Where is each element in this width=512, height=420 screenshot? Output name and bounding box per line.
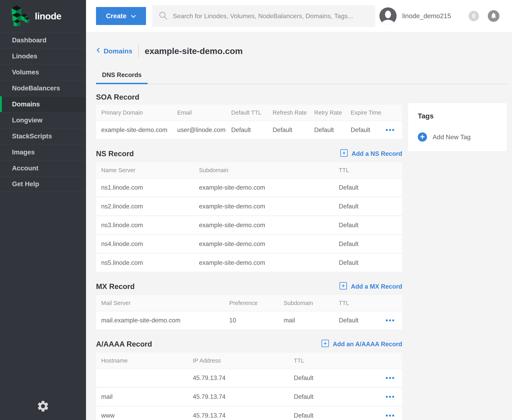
- ns-record-table: Name Server Subdomain TTL ns1.linode.com…: [96, 162, 402, 273]
- name-server-cell: ns1.linode.com: [96, 184, 194, 191]
- chevron-down-icon: [131, 12, 136, 20]
- aaaa-section-title: A/AAAA Record: [96, 340, 152, 348]
- tab-dns-records[interactable]: DNS Records: [96, 71, 148, 84]
- add-aaaa-record-link[interactable]: Add an A/AAAA Record: [321, 339, 402, 349]
- table-row: ns5.linode.com example-site-demo.com Def…: [96, 254, 402, 273]
- table-row: mail.example-site-demo.com 10 mail Defau…: [96, 311, 402, 330]
- ns-section-header: NS Record Add a NS Record: [96, 149, 402, 159]
- sidebar-item-linodes[interactable]: Linodes: [0, 48, 86, 64]
- column-header: Primary Domain: [96, 109, 172, 116]
- table-header-row: Mail Server Preference Subdomain TTL: [96, 295, 402, 311]
- column-header: Subdomain: [194, 167, 334, 174]
- search-icon: [158, 11, 168, 21]
- ttl-cell: Default: [334, 317, 383, 324]
- sidebar-item-label: Get Help: [12, 180, 39, 188]
- sidebar-item-label: Images: [12, 148, 35, 156]
- create-button-label: Create: [106, 12, 127, 20]
- plus-box-icon: [339, 282, 347, 291]
- tags-panel-title: Tags: [418, 112, 497, 120]
- sidebar-item-label: Longview: [12, 116, 42, 124]
- subdomain-cell: example-site-demo.com: [194, 259, 334, 266]
- search-bar[interactable]: [152, 5, 375, 27]
- column-header: Hostname: [96, 357, 188, 364]
- ns-section-title: NS Record: [96, 150, 134, 158]
- column-header: Email: [172, 109, 226, 116]
- sidebar-item-volumes[interactable]: Volumes: [0, 64, 86, 80]
- column-header: IP Address: [188, 357, 289, 364]
- app-window: linode Dashboard Linodes Volumes NodeBal…: [0, 0, 512, 420]
- table-row: www 45.79.13.74 Default: [96, 407, 402, 420]
- sidebar-item-get-help[interactable]: Get Help: [0, 176, 86, 192]
- create-button[interactable]: Create: [96, 7, 146, 25]
- table-row: example-site-demo.com user@linode.com De…: [96, 121, 402, 140]
- tab-bar: DNS Records: [96, 71, 507, 84]
- sidebar-item-images[interactable]: Images: [0, 144, 86, 160]
- chevron-left-icon: [96, 47, 100, 55]
- hostname-cell: mail: [96, 393, 188, 400]
- ip-address-cell: 45.79.13.74: [188, 375, 289, 382]
- sidebar-item-label: Domains: [12, 100, 40, 108]
- subdomain-cell: example-site-demo.com: [194, 203, 334, 210]
- ttl-cell: Default: [334, 259, 402, 266]
- plus-box-icon: [340, 149, 348, 159]
- table-header-row: Hostname IP Address TTL: [96, 352, 402, 369]
- sidebar-item-domains[interactable]: Domains: [0, 96, 86, 112]
- linode-logo[interactable]: linode: [0, 0, 86, 32]
- column-header: Name Server: [96, 167, 194, 174]
- soa-record-table: Primary Domain Email Default TTL Refresh…: [96, 105, 402, 140]
- sidebar-item-stackscripts[interactable]: StackScripts: [0, 128, 86, 144]
- subdomain-cell: example-site-demo.com: [194, 222, 334, 229]
- settings-gear-button[interactable]: [36, 400, 50, 413]
- plus-circle-icon: +: [418, 132, 427, 142]
- ttl-cell: Default: [289, 375, 383, 382]
- add-ns-record-label: Add a NS Record: [352, 150, 402, 158]
- ttl-cell: Default: [334, 203, 402, 210]
- table-row: ns1.linode.com example-site-demo.com Def…: [96, 179, 402, 197]
- mx-section-title: MX Record: [96, 282, 135, 291]
- sidebar-item-label: NodeBalancers: [12, 84, 60, 92]
- hostname-cell: www: [96, 412, 188, 419]
- column-header: TTL: [334, 300, 383, 306]
- username[interactable]: linode_demo215: [402, 12, 451, 20]
- search-input[interactable]: [173, 12, 369, 20]
- row-actions-ellipsis-button[interactable]: [386, 394, 394, 400]
- sidebar: linode Dashboard Linodes Volumes NodeBal…: [0, 0, 86, 420]
- add-aaaa-record-label: Add an A/AAAA Record: [333, 341, 402, 348]
- column-header: Default TTL: [226, 109, 267, 116]
- ip-address-cell: 45.79.13.74: [188, 393, 289, 400]
- email-cell: user@linode.com: [172, 126, 226, 134]
- mx-section-header: MX Record Add a MX Record: [96, 281, 402, 292]
- gear-icon: [36, 410, 50, 413]
- sidebar-item-label: Dashboard: [12, 36, 46, 44]
- sidebar-item-dashboard[interactable]: Dashboard: [0, 32, 86, 48]
- avatar[interactable]: [379, 8, 397, 25]
- notification-count-badge[interactable]: 0: [469, 11, 479, 21]
- ttl-cell: Default: [334, 184, 402, 191]
- preference-cell: 10: [224, 317, 279, 324]
- notifications-bell-button[interactable]: [488, 10, 499, 22]
- sidebar-item-label: Volumes: [12, 68, 39, 76]
- table-row: mail 45.79.13.74 Default: [96, 388, 402, 407]
- name-server-cell: ns2.linode.com: [96, 203, 194, 210]
- sidebar-item-longview[interactable]: Longview: [0, 112, 86, 128]
- add-mx-record-link[interactable]: Add a MX Record: [339, 282, 402, 291]
- table-header-row: Name Server Subdomain TTL: [96, 162, 402, 179]
- mail-server-cell: mail.example-site-demo.com: [96, 317, 224, 324]
- topbar: Create linode_demo215 0: [86, 0, 512, 32]
- records-column: SOA Record Primary Domain Email Default …: [96, 84, 402, 420]
- row-actions-ellipsis-button[interactable]: [386, 375, 394, 381]
- add-new-tag-button[interactable]: + Add New Tag: [418, 132, 497, 142]
- retry-rate-cell: Default: [309, 126, 345, 134]
- row-actions-ellipsis-button[interactable]: [386, 127, 394, 133]
- row-actions-ellipsis-button[interactable]: [386, 317, 394, 323]
- sidebar-item-nodebalancers[interactable]: NodeBalancers: [0, 80, 86, 96]
- table-row: ns3.linode.com example-site-demo.com Def…: [96, 216, 402, 235]
- linode-logo-text: linode: [35, 11, 61, 22]
- breadcrumb-back-link[interactable]: Domains: [96, 47, 132, 55]
- column-header: Retry Rate: [309, 109, 345, 116]
- add-ns-record-link[interactable]: Add a NS Record: [340, 149, 402, 159]
- row-actions-ellipsis-button[interactable]: [386, 412, 394, 419]
- sidebar-item-account[interactable]: Account: [0, 160, 86, 176]
- breadcrumb: Domains example-site-demo.com: [96, 32, 507, 57]
- name-server-cell: ns3.linode.com: [96, 222, 194, 229]
